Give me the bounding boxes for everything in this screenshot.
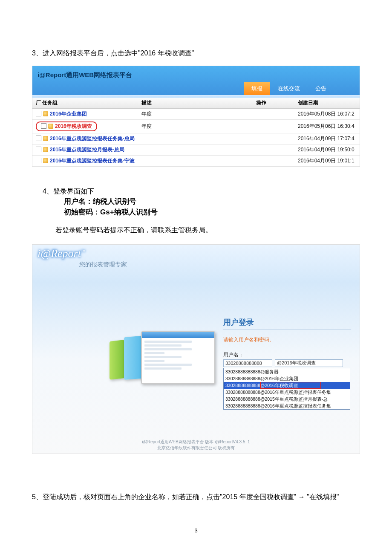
table-header-row: 厂 任务组 描述 操作 创建日期: [32, 98, 360, 109]
step5-text: 5、登陆成功后，核对页面右上角的企业名称，如若正确，点击"2015 年度全国税收…: [32, 491, 360, 503]
illust-card-white: [141, 331, 215, 384]
app-title: i@Report通用WEB网络报表平台: [37, 71, 132, 79]
table-row[interactable]: 2016年重点税源监控报表任务集-宁波2016年04月09日 19:01:1: [32, 155, 360, 166]
login-panel: 用户登录 请输入用户名和密码。 用户名： 33028888888888@服务器3…: [223, 317, 351, 410]
logo-subtitle: ———您的报表管理专家: [61, 261, 127, 269]
cell-desc: [138, 144, 253, 155]
tab-fill[interactable]: 填报: [244, 82, 270, 95]
cell-op: [253, 119, 294, 133]
folder-icon: [48, 124, 53, 129]
label-username: 用户名：: [223, 351, 351, 358]
checkbox-icon[interactable]: [41, 123, 46, 129]
task-link[interactable]: 2016年重点税源监控报表任务集-总局: [50, 136, 135, 142]
folder-icon: [43, 147, 48, 152]
highlight-box: [260, 382, 321, 389]
task-dropdown[interactable]: 33028888888888@服务器33028888888888@2016年企业…: [223, 368, 350, 410]
cell-date: 2016年04月09日 19:50:0: [294, 144, 360, 155]
table-row[interactable]: 2016年重点税源监控报表任务集-总局2016年04月09日 17:07:4: [32, 133, 360, 144]
dropdown-item[interactable]: 33028888888888@服务器: [224, 368, 350, 375]
dropdown-item[interactable]: 33028888888888@2016年税收调查: [224, 382, 350, 389]
dropdown-item[interactable]: 33028888888888@2016年重点税源监控报表任务集: [224, 402, 350, 409]
cell-date: 2016年04月09日 17:07:4: [294, 133, 360, 144]
illust-card-green: [110, 340, 124, 380]
cell-date: 2016年05月06日 16:30:4: [294, 119, 360, 133]
cell-date: 2016年04月09日 19:01:1: [294, 155, 360, 166]
step4-text: 4、登录界面如下: [43, 186, 360, 197]
dropdown-item[interactable]: 33028888888888@2016年重点税源监控报表任务集: [224, 389, 350, 396]
folder-icon: [43, 158, 48, 163]
logo-text: i@Report™: [37, 247, 85, 260]
tab-notice[interactable]: 公告: [308, 82, 334, 95]
table-row[interactable]: 2016年税收调查年度2016年05月06日 16:30:4: [32, 119, 360, 133]
tab-chat[interactable]: 在线交流: [270, 82, 308, 95]
cell-desc: 年度: [138, 119, 253, 133]
banner: i@Report通用WEB网络报表平台 填报 在线交流 公告: [32, 66, 360, 95]
cred-username: 用户名：纳税人识别号: [64, 197, 392, 206]
dropdown-item[interactable]: 33028888888888@2015年重点税源监控月报表-总: [224, 396, 350, 402]
cell-op: [253, 108, 294, 119]
checkbox-icon[interactable]: [36, 111, 41, 116]
cell-date: 2016年05月08日 16:07:2: [294, 108, 360, 119]
task-link[interactable]: 2016年税收调查: [55, 123, 92, 129]
folder-icon: [43, 136, 48, 141]
checkbox-icon[interactable]: [36, 136, 41, 141]
folder-icon: [43, 111, 48, 116]
login-title: 用户登录: [223, 317, 351, 330]
col-desc: 描述: [138, 98, 253, 109]
input-username[interactable]: [223, 359, 272, 367]
screenshot-task-list: i@Report通用WEB网络报表平台 填报 在线交流 公告 厂 任务组 描述 …: [32, 66, 360, 167]
cell-op: [253, 144, 294, 155]
login-footer: i@Report通用WEB网络报表平台 版本:i@ReportV4.3.5_1 …: [32, 439, 360, 451]
task-link[interactable]: 2016年企业集团: [50, 111, 87, 117]
cred-password: 初始密码：Gs+纳税人识别号: [64, 207, 392, 217]
cell-op: [253, 133, 294, 144]
login-note: 若登录账号密码若提示不正确，请联系主管税务局。: [55, 225, 360, 236]
cell-desc: [138, 133, 253, 144]
step3-text: 3、进入网络报表平台后，点击选中"2016 年税收调查": [32, 0, 360, 59]
screenshot-login: i@Report™ ———您的报表管理专家 用户登录 请输入用户名和密码。 用户…: [32, 244, 360, 454]
login-hint: 请输入用户名和密码。: [223, 336, 351, 344]
cell-desc: 年度: [138, 108, 253, 119]
col-op: 操作: [253, 98, 294, 109]
task-link[interactable]: 2015年重点税源监控月报表-总局: [50, 147, 124, 153]
cell-desc: [138, 155, 253, 166]
checkbox-icon[interactable]: [36, 158, 41, 163]
cell-op: [253, 155, 294, 166]
table-row[interactable]: 2015年重点税源监控月报表-总局2016年04月09日 19:50:0: [32, 144, 360, 155]
dropdown-item[interactable]: 33028888888888@2016年企业集团: [224, 375, 350, 382]
illustration: [107, 328, 218, 387]
col-date: 创建日期: [294, 98, 360, 109]
table-row[interactable]: 2016年企业集团年度2016年05月08日 16:07:2: [32, 108, 360, 119]
checkbox-icon[interactable]: [36, 147, 41, 152]
top-tabs: 填报 在线交流 公告: [244, 82, 334, 95]
col-group: 厂 任务组: [32, 98, 138, 109]
page-number: 3: [0, 527, 392, 534]
task-table: 厂 任务组 描述 操作 创建日期 2016年企业集团年度2016年05月08日 …: [32, 98, 360, 167]
input-task[interactable]: [275, 359, 343, 367]
task-link[interactable]: 2016年重点税源监控报表任务集-宁波: [50, 158, 135, 164]
